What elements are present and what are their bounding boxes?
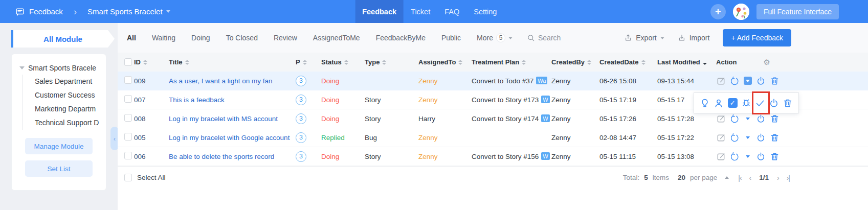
trash-icon[interactable] — [770, 152, 780, 161]
all-module-tab[interactable]: All Module — [11, 30, 115, 48]
tree-item[interactable]: Sales Department — [23, 75, 106, 88]
import-button[interactable]: Import — [678, 34, 710, 42]
filter-review[interactable]: Review — [274, 34, 297, 42]
feedback-id[interactable]: 008 — [134, 115, 169, 123]
prev-page-button[interactable]: ‹ — [748, 174, 753, 182]
avatar[interactable] — [733, 4, 749, 20]
chevron-up-icon[interactable] — [725, 176, 729, 179]
lightbulb-icon[interactable] — [700, 98, 710, 108]
bug-icon[interactable] — [741, 98, 751, 108]
checkbox-checked-icon[interactable]: ✓ — [728, 98, 738, 108]
column-createdby[interactable]: CreatedBy — [551, 58, 599, 66]
table-header: IDTitlePStatusTypeAssignedToTreatment Pl… — [118, 53, 868, 72]
more-actions-caret[interactable] — [744, 77, 752, 85]
export-button[interactable]: Export — [624, 34, 664, 42]
chevron-down-icon — [508, 37, 513, 39]
row-checkbox[interactable] — [124, 76, 132, 84]
manage-module-button[interactable]: Manage Module — [25, 138, 93, 154]
next-page-button[interactable]: › — [775, 174, 781, 182]
trash-icon[interactable] — [783, 98, 793, 108]
row-actions — [716, 152, 790, 161]
reply-icon[interactable] — [730, 114, 740, 124]
trash-icon[interactable] — [770, 114, 780, 124]
feedback-id[interactable]: 005 — [134, 134, 169, 142]
select-all-checkbox[interactable] — [124, 174, 132, 181]
power-icon[interactable] — [756, 133, 766, 143]
created-date: 02-08 14:47 — [599, 134, 657, 142]
column-treatment-plan[interactable]: Treatment Plan — [472, 58, 551, 66]
trash-icon[interactable] — [770, 133, 780, 143]
tab-feedback[interactable]: Feedback — [355, 0, 404, 23]
filter-waiting[interactable]: Waiting — [152, 34, 175, 42]
check-icon[interactable] — [755, 98, 765, 108]
column-p[interactable]: P — [296, 58, 321, 66]
row-checkbox[interactable] — [124, 152, 132, 159]
full-feature-button[interactable]: Full Feature Interface — [756, 4, 839, 19]
feedback-title-link[interactable]: This is a feedback — [169, 96, 225, 104]
power-icon[interactable] — [756, 76, 766, 86]
reply-icon[interactable] — [730, 76, 740, 86]
feedback-title-link[interactable]: Log in my bracelet with MS account — [169, 115, 278, 123]
gear-icon[interactable]: ⚙ — [763, 58, 770, 67]
column-title[interactable]: Title — [169, 58, 296, 66]
feedback-id[interactable]: 007 — [134, 96, 169, 104]
first-page-button[interactable]: |‹ — [737, 174, 743, 182]
column-type[interactable]: Type — [365, 58, 418, 66]
created-date: 05-15 17:26 — [599, 115, 657, 123]
edit-icon[interactable] — [716, 114, 726, 124]
filter-public[interactable]: Public — [441, 34, 461, 42]
feedback-id[interactable]: 006 — [134, 153, 169, 160]
column-last-modified[interactable]: Last Modified — [657, 58, 716, 66]
edit-icon[interactable] — [716, 133, 726, 143]
filter-assignedtome[interactable]: AssignedToMe — [313, 34, 360, 42]
column-id[interactable]: ID — [134, 58, 169, 66]
set-list-button[interactable]: Set List — [25, 160, 93, 177]
feedback-title-link[interactable]: As a user, I want a light on my fan — [169, 77, 273, 85]
more-filter[interactable]: More 5 — [477, 33, 513, 42]
per-page-count[interactable]: 20 — [678, 174, 685, 181]
tree-item[interactable]: Customer Success — [23, 88, 106, 102]
column-assignedto[interactable]: AssignedTo — [418, 58, 472, 66]
add-feedback-button[interactable]: + Add Feedback — [723, 29, 791, 46]
filter-feedbackbyme[interactable]: FeedbackByMe — [376, 34, 426, 42]
last-page-button[interactable]: ›| — [785, 174, 791, 182]
tree-collapse-icon[interactable] — [19, 66, 25, 69]
filter-doing[interactable]: Doing — [191, 34, 210, 42]
trash-icon[interactable] — [770, 76, 780, 86]
filter-all[interactable]: All — [127, 34, 136, 42]
more-actions-caret[interactable] — [744, 133, 752, 142]
tab-setting[interactable]: Setting — [466, 0, 504, 23]
tab-faq[interactable]: FAQ — [437, 0, 466, 23]
feedback-title-link[interactable]: Log in my bracelet with Google account — [169, 134, 290, 142]
quick-add-button[interactable]: + — [710, 4, 726, 19]
column-status[interactable]: Status — [321, 58, 365, 66]
tree-root-item[interactable]: Smart Sports Bracele — [12, 61, 106, 75]
power-icon[interactable] — [769, 98, 779, 108]
search-toggle[interactable]: Search — [527, 34, 561, 42]
edit-icon[interactable] — [716, 152, 726, 161]
more-actions-caret[interactable] — [744, 114, 752, 123]
tree-item[interactable]: Marketing Departm — [23, 102, 106, 116]
row-checkbox[interactable] — [124, 114, 132, 122]
reply-icon[interactable] — [730, 133, 740, 143]
user-icon[interactable] — [714, 98, 724, 108]
power-icon[interactable] — [756, 152, 766, 161]
filter-to-closed[interactable]: To Closed — [226, 34, 258, 42]
header-checkbox[interactable] — [124, 58, 132, 66]
created-by: Zenny — [551, 115, 599, 123]
feedback-title-link[interactable]: Be able to delete the sports record — [169, 153, 274, 160]
tree-item[interactable]: Technical Support D — [23, 116, 106, 130]
more-actions-caret[interactable] — [744, 152, 752, 160]
tab-ticket[interactable]: Ticket — [404, 0, 437, 23]
feedback-id[interactable]: 009 — [134, 77, 169, 85]
power-icon[interactable] — [756, 114, 766, 124]
row-checkbox[interactable] — [124, 133, 132, 141]
per-page-label[interactable]: per page — [690, 174, 717, 181]
column-createddate[interactable]: CreatedDate — [599, 58, 657, 66]
toolbar-right: Export Import + Add Feedback — [624, 29, 791, 46]
edit-icon[interactable] — [716, 76, 726, 86]
reply-icon[interactable] — [730, 152, 740, 161]
row-checkbox[interactable] — [124, 95, 132, 103]
app-title[interactable]: Feedback — [29, 7, 63, 16]
project-selector[interactable]: Smart Sports Bracelet — [87, 7, 170, 16]
